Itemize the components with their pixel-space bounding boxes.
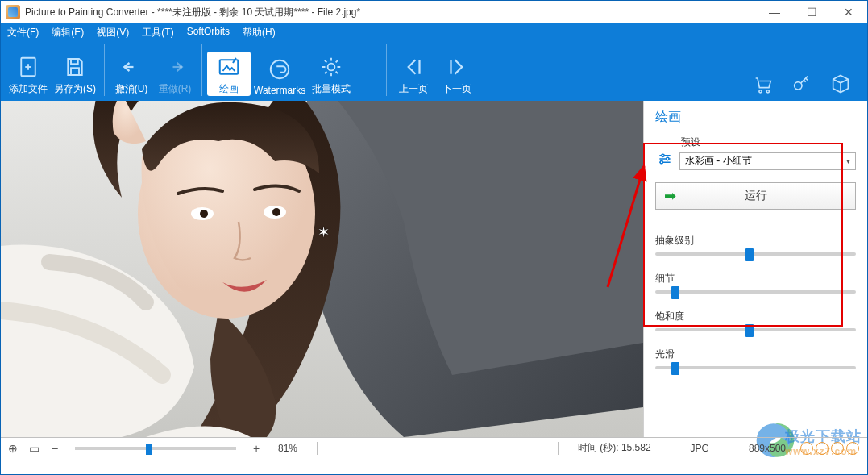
title-bar: Picture to Painting Converter - ****未注册版… <box>1 1 867 23</box>
svg-point-7 <box>328 64 335 71</box>
preset-icon <box>655 151 675 171</box>
svg-point-18 <box>667 157 669 160</box>
abstract-slider[interactable] <box>655 252 856 256</box>
add-file-button[interactable]: 添加文件 <box>6 52 51 96</box>
app-icon <box>6 5 20 19</box>
menu-help[interactable]: 帮助(H) <box>243 26 276 40</box>
menu-tools[interactable]: 工具(T) <box>142 26 173 40</box>
svg-point-8 <box>759 90 762 93</box>
batch-mode-button[interactable]: 批量模式 <box>309 52 354 96</box>
next-page-button[interactable]: 下一页 <box>435 52 479 96</box>
social-icon[interactable] <box>831 442 844 455</box>
paint-button[interactable]: 绘画 <box>207 52 251 96</box>
social-icon[interactable] <box>846 442 859 455</box>
save-as-button[interactable]: 另存为(S) <box>51 52 99 96</box>
menu-view[interactable]: 视图(V) <box>97 26 129 40</box>
time-label: 时间 (秒): 15.582 <box>570 441 659 455</box>
close-button[interactable]: ✕ <box>830 1 867 23</box>
undo-button[interactable]: 撤消(U) <box>110 52 153 96</box>
main-area: ✶ 绘画 预设 水彩画 - 小细节 ▾ ➡ 运行 抽象级别 细节 <box>1 101 867 437</box>
key-icon[interactable] <box>790 72 814 96</box>
svg-point-10 <box>795 82 802 90</box>
svg-rect-5 <box>220 60 239 74</box>
svg-rect-4 <box>71 68 79 75</box>
next-icon <box>443 53 471 81</box>
maximize-button[interactable]: ☐ <box>793 1 830 23</box>
run-arrow-icon: ➡ <box>664 187 676 205</box>
social-icon[interactable] <box>816 442 829 455</box>
social-icons <box>800 442 862 455</box>
slider-abstract: 抽象级别 <box>655 234 856 256</box>
social-icon[interactable] <box>800 442 813 455</box>
zoom-out-button[interactable]: − <box>48 442 62 455</box>
preset-select[interactable]: 水彩画 - 小细节 ▾ <box>679 152 856 170</box>
watermarks-button[interactable]: Watermarks <box>251 54 309 96</box>
zoom-actual-icon[interactable]: ▭ <box>27 442 41 455</box>
menu-edit[interactable]: 编辑(E) <box>52 26 84 40</box>
svg-point-14 <box>200 210 208 218</box>
redo-button: 重做(R) <box>153 52 197 96</box>
cube-icon[interactable] <box>829 72 853 96</box>
save-icon <box>61 53 89 81</box>
svg-point-16 <box>272 208 280 216</box>
slider-saturation: 饱和度 <box>655 310 856 331</box>
paint-icon <box>215 53 243 81</box>
cart-icon[interactable] <box>751 72 775 96</box>
chevron-down-icon: ▾ <box>846 156 850 165</box>
preset-label: 预设 <box>681 135 856 149</box>
svg-rect-3 <box>71 59 78 64</box>
menu-bar: 文件(F) 编辑(E) 视图(V) 工具(T) SoftOrbits 帮助(H) <box>1 23 867 41</box>
status-bar: ⊕ ▭ − + 81% 时间 (秒): 15.582 JPG 889x500 <box>1 437 867 458</box>
svg-point-9 <box>766 90 769 93</box>
detail-slider[interactable] <box>655 290 856 294</box>
run-button[interactable]: ➡ 运行 <box>655 182 856 210</box>
dimensions-label: 889x500 <box>741 443 794 454</box>
svg-point-17 <box>662 154 664 156</box>
undo-icon <box>118 53 145 81</box>
zoom-slider[interactable] <box>75 447 236 450</box>
toolbar: 添加文件 另存为(S) 撤消(U) 重做(R) 绘画 Watermarks <box>1 41 867 101</box>
smooth-slider[interactable] <box>655 366 856 369</box>
menu-softorbits[interactable]: SoftOrbits <box>187 26 230 40</box>
batch-icon <box>318 53 345 81</box>
side-panel: 绘画 预设 水彩画 - 小细节 ▾ ➡ 运行 抽象级别 细节 <box>643 101 867 437</box>
minimize-button[interactable]: — <box>756 1 793 23</box>
saturation-slider[interactable] <box>655 328 856 331</box>
menu-file[interactable]: 文件(F) <box>7 26 39 40</box>
zoom-level: 81% <box>270 443 305 454</box>
slider-detail: 细节 <box>655 272 856 294</box>
image-canvas[interactable]: ✶ <box>1 101 643 437</box>
add-file-icon <box>15 53 42 81</box>
window-title: Picture to Painting Converter - ****未注册版… <box>25 6 756 19</box>
panel-title: 绘画 <box>655 109 856 126</box>
zoom-in-button[interactable]: + <box>249 442 264 455</box>
redo-icon <box>161 53 189 81</box>
prev-page-button[interactable]: 上一页 <box>392 52 435 96</box>
svg-point-19 <box>660 161 662 164</box>
slider-smooth: 光滑 <box>655 348 856 369</box>
zoom-fit-icon[interactable]: ⊕ <box>6 442 20 455</box>
format-label: JPG <box>683 443 717 454</box>
watermarks-icon <box>266 56 293 83</box>
prev-icon <box>400 53 427 81</box>
